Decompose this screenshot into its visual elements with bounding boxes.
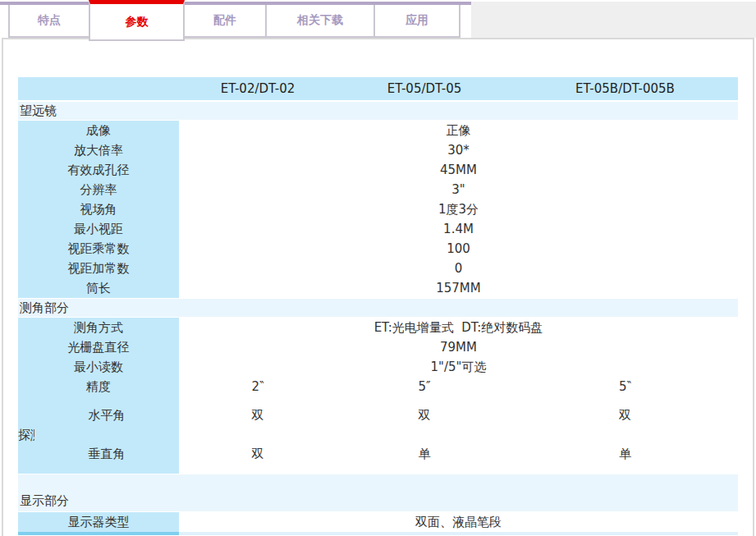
tab-downloads[interactable]: 相关下载 xyxy=(265,5,375,38)
spec-label: 视距加常数 xyxy=(18,259,179,278)
table-row: 筒长157MM xyxy=(18,278,738,299)
spec-label: 最小视距 xyxy=(18,219,179,239)
spec-value-merged: 1度3分 xyxy=(179,199,738,219)
spec-value: 5‶ xyxy=(512,377,738,396)
tab-parameters[interactable]: 参数 xyxy=(89,0,185,41)
spec-value: 双 xyxy=(179,435,337,474)
table-row: 视距乘常数100 xyxy=(18,239,738,259)
spec-label: 光栅盘直径 xyxy=(18,337,179,357)
spec-value: 双 xyxy=(512,396,738,435)
spec-value-merged: 45MM xyxy=(179,160,738,180)
table-row: 光栅盘直径79MM xyxy=(18,337,738,357)
spec-label: 成像 xyxy=(18,121,179,141)
table-row: 垂直角双单单 xyxy=(18,435,738,474)
table-row: 成像正像 xyxy=(18,121,738,141)
vertical-group-label: 探测方式 xyxy=(18,396,34,474)
section-row: 显示部分 xyxy=(18,474,738,512)
spec-value-merged: 1.4M xyxy=(179,219,738,239)
table-row: 有效成孔径45MM xyxy=(18,160,738,180)
table-row: 最小读数1"/5"可选 xyxy=(18,357,738,377)
content-panel: ET-02/DT-02ET-05/DT-05ET-05B/DT-005B望远镜成… xyxy=(2,38,754,536)
table-row: 分辨率3" xyxy=(18,180,738,199)
tab-accessories[interactable]: 配件 xyxy=(183,5,267,38)
spec-value: 2‶ xyxy=(179,377,337,396)
table-row: 显示器类型双面、液晶笔段 xyxy=(18,512,738,533)
spec-value-merged: ET:光电增量式 DT:绝对数码盘 xyxy=(179,318,738,338)
spec-value-merged: 79MM xyxy=(179,337,738,357)
table-row: 视场角1度3分 xyxy=(18,199,738,219)
spec-label: 筒长 xyxy=(18,278,179,299)
spec-value-merged: 3" xyxy=(179,180,738,199)
spec-value: 双 xyxy=(337,396,512,435)
table-header-row: ET-02/DT-02ET-05/DT-05ET-05B/DT-005B xyxy=(18,77,738,101)
partial-row xyxy=(18,532,738,535)
spec-value-merged: 157MM xyxy=(179,278,738,299)
spec-label: 显示器类型 xyxy=(18,512,179,533)
spec-label: 放大倍率 xyxy=(18,140,179,160)
section-row: 望远镜 xyxy=(18,101,738,121)
spec-value-merged: 双面、液晶笔段 xyxy=(179,512,738,533)
spec-value-merged: 1"/5"可选 xyxy=(179,357,738,377)
tab-bar: 特点参数配件相关下载应用 xyxy=(0,0,756,38)
spec-value: 单 xyxy=(512,435,738,474)
spec-label: 分辨率 xyxy=(18,180,179,199)
tab-list: 特点参数配件相关下载应用 xyxy=(8,0,460,41)
spec-value: 5″ xyxy=(337,377,512,396)
spec-label: 视场角 xyxy=(18,199,179,219)
tab-bar-right-fill xyxy=(471,2,756,38)
spec-label: 视距乘常数 xyxy=(18,239,179,259)
spec-value-merged: 0 xyxy=(179,259,738,278)
section-label: 测角部分 xyxy=(18,299,738,318)
table-row: 精度2‶5″5‶ xyxy=(18,377,738,396)
table-row: 放大倍率30* xyxy=(18,140,738,160)
tab-features[interactable]: 特点 xyxy=(8,5,90,38)
spec-value: 双 xyxy=(179,396,337,435)
spec-label: 垂直角 xyxy=(34,435,179,474)
spec-label: 测角方式 xyxy=(18,318,179,338)
spec-label: 最小读数 xyxy=(18,357,179,377)
tab-applications[interactable]: 应用 xyxy=(373,5,460,38)
table-row: 最小视距1.4M xyxy=(18,219,738,239)
section-label: 望远镜 xyxy=(18,101,738,121)
spec-label: 精度 xyxy=(18,377,179,396)
spec-label: 有效成孔径 xyxy=(18,160,179,180)
partial-row-value-cell xyxy=(179,532,738,535)
spec-value: 单 xyxy=(337,435,512,474)
table-row: 测角方式ET:光电增量式 DT:绝对数码盘 xyxy=(18,318,738,338)
spec-value-merged: 30* xyxy=(179,140,738,160)
column-header-blank xyxy=(18,77,179,101)
section-label: 显示部分 xyxy=(18,474,738,512)
column-header: ET-05B/DT-005B xyxy=(512,77,738,101)
section-row: 测角部分 xyxy=(18,299,738,318)
column-header: ET-02/DT-02 xyxy=(179,77,337,101)
spec-value-merged: 100 xyxy=(179,239,738,259)
table-row: 探测方式水平角双双双 xyxy=(18,396,738,435)
table-row: 视距加常数0 xyxy=(18,259,738,278)
spec-table: ET-02/DT-02ET-05/DT-05ET-05B/DT-005B望远镜成… xyxy=(18,77,738,535)
spec-value-merged: 正像 xyxy=(179,121,738,141)
spec-label: 水平角 xyxy=(34,396,179,435)
partial-row-label-cell xyxy=(18,532,179,535)
column-header: ET-05/DT-05 xyxy=(337,77,512,101)
